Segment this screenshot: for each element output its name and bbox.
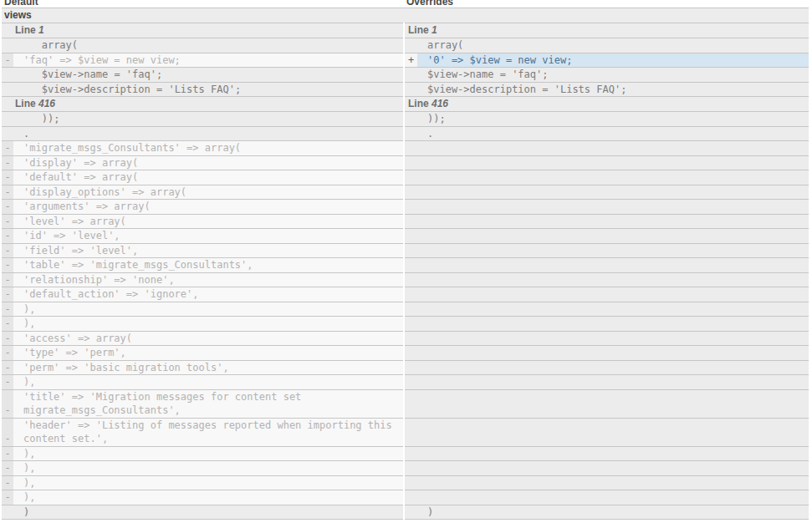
diff-marker-right <box>404 82 417 97</box>
diff-marker-left <box>2 505 13 520</box>
diff-marker-right <box>404 375 417 390</box>
diff-code-left: 'arguments' => array( <box>13 200 404 215</box>
diff-code-right <box>417 243 809 258</box>
diff-marker-right: + <box>404 53 417 68</box>
diff-code-left: 'title' => 'Migration messages for conte… <box>13 389 404 418</box>
diff-code-right <box>417 461 809 476</box>
line-number-header-left: Line 1 <box>2 23 404 38</box>
diff-row: $view->description = 'Lists FAQ';$view->… <box>2 82 809 97</box>
diff-code-right <box>417 214 809 229</box>
diff-row: ));)); <box>2 112 809 127</box>
diff-row: -'faq' => $view = new view;+'0' => $view… <box>2 53 809 68</box>
diff-code-left: ), <box>13 490 404 505</box>
diff-code-right: )); <box>417 112 809 127</box>
diff-code-right <box>417 258 809 273</box>
diff-code-left: 'level' => array( <box>13 214 404 229</box>
diff-code-left: 'perm' => 'basic migration tools', <box>13 360 404 375</box>
diff-marker-left: - <box>2 360 13 375</box>
line-number: 416 <box>38 98 55 109</box>
diff-marker-left: - <box>2 200 13 215</box>
diff-row: -), <box>2 461 809 476</box>
diff-marker-right <box>404 272 417 287</box>
diff-row: -'field' => 'level', <box>2 243 809 258</box>
diff-row: -'default_action' => 'ignore', <box>2 287 809 302</box>
diff-code-left: array( <box>13 38 404 53</box>
diff-code-right <box>417 200 809 215</box>
diff-code-left: 'field' => 'level', <box>13 243 404 258</box>
diff-marker-right <box>404 155 417 170</box>
diff-row: -'title' => 'Migration messages for cont… <box>2 389 809 418</box>
diff-row: -'type' => 'perm', <box>2 346 809 361</box>
diff-code-left: ) <box>13 505 404 520</box>
diff-body: Line 1Line 1 array(array(-'faq' => $view… <box>2 23 809 520</box>
diff-marker-left: - <box>2 389 13 418</box>
diff-marker-right <box>404 346 417 361</box>
diff-row: Line 1Line 1 <box>2 23 809 38</box>
diff-code-right <box>417 360 809 375</box>
line-number-header-right: Line 416 <box>404 97 809 112</box>
line-number-header-right: Line 1 <box>404 23 809 38</box>
diff-code-left: ), <box>13 475 404 490</box>
diff-marker-left <box>2 112 13 127</box>
diff-marker-left: - <box>2 243 13 258</box>
column-header-overrides: Overrides <box>404 0 809 8</box>
diff-code-left: 'relationship' => 'none', <box>13 272 404 287</box>
diff-row: -'access' => array( <box>2 331 809 346</box>
diff-code-right <box>417 302 809 317</box>
diff-code-right <box>417 317 809 332</box>
diff-marker-left: - <box>2 155 13 170</box>
column-header-default-label: Default <box>4 0 38 8</box>
diff-marker-left: - <box>2 418 13 446</box>
diff-code-left: ), <box>13 375 404 390</box>
diff-code-right <box>417 170 809 185</box>
diff-marker-right <box>404 214 417 229</box>
diff-row: -'perm' => 'basic migration tools', <box>2 360 809 375</box>
diff-marker-left: - <box>2 141 13 156</box>
diff-code-right <box>417 331 809 346</box>
diff-code-left: 'default' => array( <box>13 170 404 185</box>
diff-marker-right <box>404 331 417 346</box>
diff-row: )) <box>2 505 809 520</box>
diff-code-left: $view->name = 'faq'; <box>13 68 404 83</box>
diff-code-right <box>417 375 809 390</box>
column-header-overrides-label: Overrides <box>406 0 453 8</box>
diff-code-right <box>417 229 809 244</box>
diff-code-left: ), <box>13 461 404 476</box>
diff-row: -), <box>2 446 809 461</box>
diff-row: -'header' => 'Listing of messages report… <box>2 418 809 446</box>
diff-code-left: ), <box>13 302 404 317</box>
diff-code-left: )); <box>13 112 404 127</box>
diff-code-right: $view->name = 'faq'; <box>417 68 809 83</box>
section-header-row: views <box>2 8 809 23</box>
diff-code-right <box>417 272 809 287</box>
diff-code-right <box>417 155 809 170</box>
diff-marker-left: - <box>2 331 13 346</box>
diff-code-right: ) <box>417 505 809 520</box>
diff-marker-right <box>404 287 417 302</box>
diff-marker-right <box>404 185 417 200</box>
diff-marker-right <box>404 229 417 244</box>
diff-marker-left: - <box>2 346 13 361</box>
diff-code-left: 'default_action' => 'ignore', <box>13 287 404 302</box>
line-number: 1 <box>432 24 437 36</box>
diff-row: -), <box>2 317 809 332</box>
diff-code-left: 'type' => 'perm', <box>13 346 404 361</box>
diff-marker-right <box>404 461 417 476</box>
diff-code-right <box>417 490 809 505</box>
diff-code-right <box>417 346 809 361</box>
diff-row: -'id' => 'level', <box>2 229 809 244</box>
diff-code-left: 'table' => 'migrate_msgs_Consultants', <box>13 258 404 273</box>
diff-marker-right <box>404 68 417 83</box>
diff-row: $view->name = 'faq';$view->name = 'faq'; <box>2 68 809 83</box>
diff-row: -'table' => 'migrate_msgs_Consultants', <box>2 258 809 273</box>
diff-marker-right <box>404 38 417 53</box>
diff-code-right: $view->description = 'Lists FAQ'; <box>417 82 809 97</box>
diff-marker-left: - <box>2 185 13 200</box>
diff-marker-right <box>404 389 417 418</box>
diff-code-left: 'faq' => $view = new view; <box>13 53 404 68</box>
diff-marker-right <box>404 418 417 446</box>
diff-marker-right <box>404 112 417 127</box>
diff-row: -'arguments' => array( <box>2 200 809 215</box>
diff-row: -'default' => array( <box>2 170 809 185</box>
diff-marker-right <box>404 258 417 273</box>
